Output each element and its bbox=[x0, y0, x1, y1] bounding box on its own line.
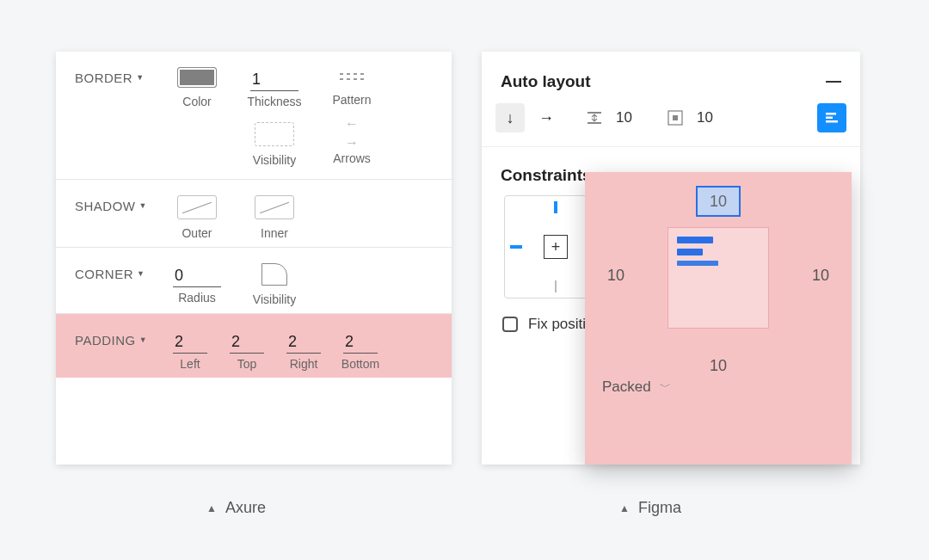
padding-summary-icon bbox=[661, 103, 690, 132]
figma-caption: ▲ Figma bbox=[619, 499, 681, 517]
padding-content-preview bbox=[668, 227, 769, 329]
corner-radius-field[interactable]: 0 Radius bbox=[169, 263, 225, 305]
arrow-down-icon: ↓ bbox=[507, 109, 514, 127]
svg-rect-6 bbox=[826, 120, 838, 123]
padding-section-header[interactable]: PADDING ▼ bbox=[75, 329, 169, 371]
corner-radius-caption: Radius bbox=[178, 291, 216, 305]
dropdown-icon: ▼ bbox=[139, 335, 147, 344]
axure-style-panel: BORDER ▼ Color 1 Thickness Pattern . bbox=[56, 52, 452, 465]
constraint-top-icon[interactable] bbox=[554, 201, 557, 213]
padding-bottom-field[interactable]: 2 Bottom bbox=[340, 329, 381, 371]
padding-top-value[interactable]: 2 bbox=[230, 329, 264, 354]
shadow-inner-field[interactable]: Inner bbox=[247, 195, 302, 240]
border-thickness-value[interactable]: 1 bbox=[250, 67, 298, 91]
alignment-icon bbox=[824, 110, 840, 126]
color-swatch-icon bbox=[177, 67, 217, 88]
padding-right-caption: Right bbox=[290, 357, 318, 371]
padding-left-value[interactable]: 2 bbox=[173, 329, 207, 354]
fix-position-checkbox[interactable] bbox=[502, 317, 518, 332]
border-arrows-caption: Arrows bbox=[333, 151, 371, 165]
dropdown-icon: ▼ bbox=[137, 269, 145, 278]
corner-section: CORNER ▼ 0 Radius Visibility bbox=[56, 248, 452, 314]
constraint-left-icon[interactable] bbox=[510, 245, 522, 249]
padding-top-field[interactable]: 2 Top bbox=[226, 329, 268, 371]
corner-label: CORNER bbox=[75, 267, 133, 281]
corner-visibility-icon bbox=[261, 263, 287, 286]
corner-section-header[interactable]: CORNER ▼ bbox=[75, 263, 169, 306]
content-bar-icon bbox=[677, 261, 718, 266]
triangle-up-icon: ▲ bbox=[206, 502, 217, 514]
padding-label: PADDING bbox=[75, 333, 136, 348]
padding-diagram: 10 10 10 10 bbox=[585, 172, 852, 378]
pattern-icon bbox=[332, 67, 372, 86]
border-thickness-field[interactable]: 1 Thickness bbox=[247, 67, 302, 108]
svg-rect-0 bbox=[588, 112, 601, 114]
arrows-icon: ←→ bbox=[332, 122, 372, 145]
padding-left-caption: Left bbox=[180, 357, 200, 371]
axure-caption-text: Axure bbox=[225, 499, 266, 517]
content-bar-icon bbox=[677, 249, 703, 255]
border-pattern-caption: Pattern bbox=[332, 93, 371, 107]
spacing-mode-label: Packed bbox=[602, 378, 651, 396]
padding-right-value[interactable]: 2 bbox=[286, 329, 321, 354]
spacing-input[interactable]: 10 bbox=[616, 109, 642, 126]
constraint-bottom-icon[interactable] bbox=[555, 280, 557, 292]
content-bar-icon bbox=[677, 237, 713, 243]
shadow-outer-field[interactable]: Outer bbox=[169, 195, 225, 240]
padding-top-caption: Top bbox=[237, 357, 257, 371]
border-visibility-caption: Visibility bbox=[253, 153, 296, 167]
dropdown-icon: ▼ bbox=[139, 201, 147, 210]
padding-right-input[interactable]: 10 bbox=[812, 267, 829, 285]
padding-bottom-caption: Bottom bbox=[341, 357, 379, 371]
svg-rect-4 bbox=[826, 113, 836, 115]
border-thickness-caption: Thickness bbox=[247, 95, 301, 108]
border-color-caption: Color bbox=[182, 95, 211, 108]
inner-shadow-icon bbox=[255, 195, 294, 219]
shadow-section-header[interactable]: SHADOW ▼ bbox=[75, 195, 169, 240]
border-arrows-field[interactable]: ←→ Arrows bbox=[324, 122, 379, 165]
shadow-label: SHADOW bbox=[75, 199, 136, 213]
border-visibility-field[interactable]: Visibility bbox=[247, 122, 302, 167]
padding-popover[interactable]: 10 10 10 10 Packed ﹀ bbox=[585, 172, 852, 465]
padding-left-input[interactable]: 10 bbox=[607, 267, 624, 285]
dropdown-icon: ▼ bbox=[136, 73, 144, 82]
constraint-center-icon[interactable]: + bbox=[544, 235, 568, 259]
shadow-inner-caption: Inner bbox=[261, 226, 288, 240]
spacing-between-icon bbox=[587, 110, 602, 126]
triangle-up-icon: ▲ bbox=[619, 502, 630, 514]
padding-box-icon bbox=[668, 110, 683, 126]
visibility-dashed-icon bbox=[255, 122, 294, 146]
figma-caption-text: Figma bbox=[638, 499, 681, 517]
padding-left-field[interactable]: 2 Left bbox=[169, 329, 211, 371]
padding-top-input[interactable]: 10 bbox=[696, 186, 741, 217]
chevron-down-icon: ﹀ bbox=[660, 379, 671, 395]
auto-layout-row: ↓ → 10 10 bbox=[482, 103, 860, 147]
border-section: BORDER ▼ Color 1 Thickness Pattern . bbox=[56, 52, 452, 180]
border-pattern-field[interactable]: Pattern bbox=[324, 67, 379, 107]
alignment-padding-button[interactable] bbox=[817, 103, 846, 132]
shadow-section: SHADOW ▼ Outer Inner bbox=[56, 180, 452, 248]
border-section-header[interactable]: BORDER ▼ bbox=[75, 67, 169, 167]
border-color-field[interactable]: Color bbox=[169, 67, 225, 108]
padding-input[interactable]: 10 bbox=[697, 109, 723, 126]
corner-visibility-caption: Visibility bbox=[253, 292, 296, 306]
shadow-outer-caption: Outer bbox=[181, 226, 212, 240]
spacing-icon bbox=[580, 103, 609, 132]
padding-right-field[interactable]: 2 Right bbox=[283, 329, 324, 371]
direction-horizontal-button[interactable]: → bbox=[532, 103, 561, 132]
border-label: BORDER bbox=[75, 71, 132, 85]
svg-rect-3 bbox=[673, 115, 678, 120]
auto-layout-title: Auto layout bbox=[501, 72, 591, 91]
padding-bottom-value[interactable]: 2 bbox=[343, 329, 378, 354]
auto-layout-header: Auto layout bbox=[482, 52, 860, 103]
remove-autolayout-button[interactable] bbox=[826, 81, 841, 83]
corner-visibility-field[interactable]: Visibility bbox=[247, 263, 302, 306]
spacing-mode-dropdown[interactable]: Packed ﹀ bbox=[585, 378, 852, 396]
padding-bottom-input[interactable]: 10 bbox=[710, 357, 727, 375]
svg-rect-5 bbox=[826, 117, 833, 120]
svg-rect-1 bbox=[588, 122, 601, 124]
padding-section: PADDING ▼ 2 Left 2 Top 2 Right 2 Bottom bbox=[56, 314, 452, 378]
corner-radius-value[interactable]: 0 bbox=[173, 263, 221, 287]
direction-vertical-button[interactable]: ↓ bbox=[495, 103, 525, 132]
axure-caption: ▲ Axure bbox=[206, 499, 266, 517]
